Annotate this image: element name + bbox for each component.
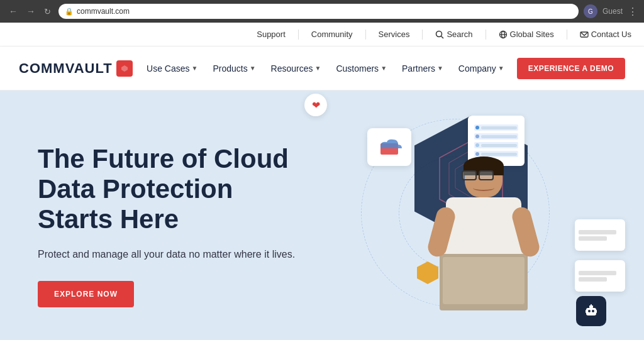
chevron-down-icon: ▼ (437, 65, 443, 72)
nav-company[interactable]: Company ▼ (458, 63, 504, 74)
chevron-down-icon: ▼ (250, 65, 256, 72)
svg-rect-20 (596, 310, 597, 313)
support-link[interactable]: Support (257, 30, 286, 39)
nav-partners[interactable]: Partners ▼ (402, 63, 443, 74)
nav-links: Use Cases ▼ Products ▼ Resources ▼ Custo… (147, 63, 504, 74)
browser-actions: G Guest ⋮ (584, 4, 638, 18)
server-row-2 (474, 133, 518, 140)
cloud-card (367, 128, 411, 166)
person-illustration (427, 156, 540, 339)
forward-button[interactable]: → (24, 5, 38, 18)
address-bar[interactable]: 🔒 commvault.com (58, 4, 579, 19)
nav-use-cases[interactable]: Use Cases ▼ (147, 63, 197, 74)
svg-point-16 (592, 310, 594, 312)
nav-customers[interactable]: Customers ▼ (336, 63, 387, 74)
experience-demo-button[interactable]: EXPERIENCE A DEMO (517, 58, 625, 79)
hero-graphic: ❤ (292, 90, 644, 340)
shield-heart-card: ❤ (304, 94, 327, 116)
divider (567, 30, 567, 40)
server-dot (475, 143, 479, 147)
chevron-down-icon: ▼ (498, 65, 504, 72)
lock-icon: 🔒 (65, 8, 74, 16)
data-line (579, 271, 616, 275)
svg-point-15 (588, 310, 591, 312)
divider (486, 30, 486, 40)
community-link[interactable]: Community (311, 30, 353, 39)
svg-rect-19 (586, 310, 587, 313)
heart-icon: ❤ (312, 99, 320, 111)
svg-point-0 (436, 31, 442, 36)
nav-products[interactable]: Products ▼ (213, 63, 255, 74)
chevron-down-icon: ▼ (380, 65, 387, 72)
hero-section: The Future of Cloud Data Protection Star… (0, 90, 644, 340)
data-card-2 (575, 260, 625, 292)
profile-name: Guest (602, 7, 623, 16)
cloud-icon (375, 137, 403, 157)
refresh-button[interactable]: ↻ (42, 6, 53, 18)
server-dot (475, 126, 479, 129)
svg-line-1 (441, 36, 444, 38)
services-link[interactable]: Services (379, 30, 410, 39)
chevron-down-icon: ▼ (192, 65, 198, 72)
logo[interactable]: COMMVAULT (19, 60, 133, 77)
explore-now-button[interactable]: EXPLORE NOW (38, 281, 134, 307)
robot-icon (583, 303, 599, 319)
bot-icon (576, 296, 606, 326)
data-card-1 (575, 219, 625, 251)
nav-resources[interactable]: Resources ▼ (271, 63, 321, 74)
divider (298, 30, 299, 40)
server-row-1 (474, 124, 518, 131)
divider (365, 30, 366, 40)
main-navigation: COMMVAULT Use Cases ▼ Products ▼ Resourc… (0, 47, 644, 90)
svg-rect-18 (591, 304, 592, 306)
data-line (579, 230, 616, 234)
svg-rect-14 (586, 308, 596, 315)
server-dot (475, 134, 479, 138)
hero-text: The Future of Cloud Data Protection Star… (38, 144, 302, 308)
search-link[interactable]: Search (435, 30, 472, 39)
search-icon (435, 30, 444, 39)
hero-subtitle: Protect and manage all your data no matt… (38, 247, 302, 262)
browser-nav-buttons: ← → ↻ (6, 5, 53, 18)
back-button[interactable]: ← (6, 5, 20, 18)
hex-container: ❤ (304, 94, 631, 340)
logo-text: COMMVAULT (19, 60, 113, 77)
globe-icon (499, 30, 508, 39)
contact-us-link[interactable]: Contact Us (580, 30, 631, 39)
global-sites-link[interactable]: Global Sites (499, 30, 554, 39)
envelope-icon (580, 30, 589, 39)
profile-icon[interactable]: G (584, 4, 597, 18)
data-line (579, 236, 607, 241)
server-row-3 (474, 142, 518, 148)
hero-title: The Future of Cloud Data Protection Star… (38, 144, 302, 235)
logo-icon (116, 60, 133, 77)
top-utility-bar: Support Community Services Search Global… (0, 23, 644, 47)
url-text: commvault.com (77, 7, 130, 16)
divider (422, 30, 423, 40)
server-dot (475, 152, 479, 156)
chevron-down-icon: ▼ (315, 65, 321, 72)
browser-chrome: ← → ↻ 🔒 commvault.com G Guest ⋮ (0, 0, 644, 23)
data-line (579, 277, 607, 282)
menu-dots-icon[interactable]: ⋮ (628, 6, 638, 18)
